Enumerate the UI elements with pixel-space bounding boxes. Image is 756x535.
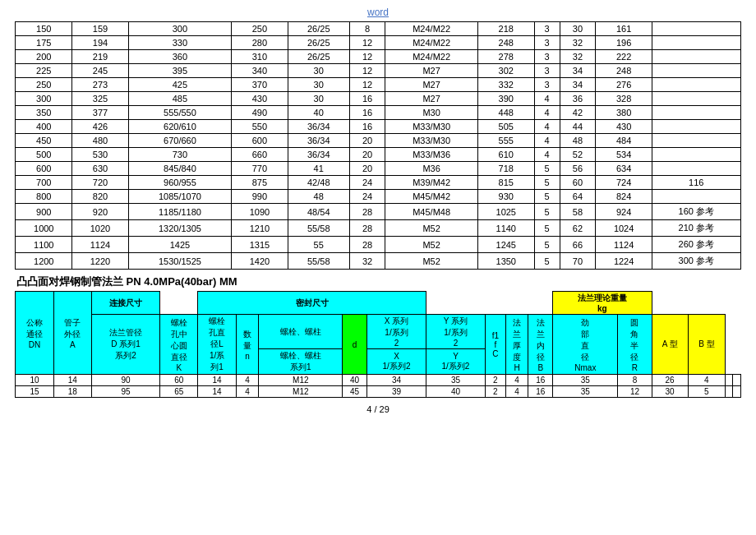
col-bolt-circle: 螺栓孔中心圆直径K [160, 315, 198, 375]
table-cell: 34 [560, 78, 596, 92]
table-cell: 448 [477, 106, 534, 120]
table-cell: M52 [385, 220, 478, 237]
table-cell: 20 [349, 134, 385, 148]
table-cell: 276 [596, 78, 652, 92]
table-cell: 58 [560, 204, 596, 220]
table-cell: 900 [16, 204, 72, 220]
table-cell: 194 [72, 36, 129, 50]
table-cell: 4 [534, 92, 560, 106]
table-cell: 16 [528, 375, 553, 386]
table-cell: 484 [596, 134, 652, 148]
table-cell: 39 [367, 386, 426, 398]
table-cell: 8 [349, 22, 385, 36]
table-cell: 161 [596, 22, 652, 36]
table-cell: 248 [596, 64, 652, 78]
table-cell: 12 [349, 36, 385, 50]
table-cell: 64 [560, 190, 596, 204]
table-cell: 16 [349, 106, 385, 120]
table-cell: 273 [72, 78, 129, 92]
table-cell: 200 [16, 50, 72, 64]
table-cell: 26/25 [288, 22, 349, 36]
table-cell: 32 [560, 36, 596, 50]
table-cell [652, 106, 740, 120]
table-cell: 824 [596, 190, 652, 204]
col-y2: Y1/系列2 [426, 349, 486, 375]
table-cell: 5 [688, 386, 725, 398]
table-cell: 14 [53, 375, 91, 386]
table-cell: 20 [349, 162, 385, 176]
table-cell: M52 [385, 253, 478, 270]
table-cell: 36/34 [288, 120, 349, 134]
table-cell: 20 [349, 148, 385, 162]
table-cell: 718 [477, 162, 534, 176]
table-cell: M33/M30 [385, 120, 478, 134]
col-flange-d: 法兰管径D 系列1系列2 [91, 315, 159, 375]
table-cell: 16 [528, 386, 553, 398]
table-cell [652, 64, 740, 78]
table-cell: 4 [534, 106, 560, 120]
table-cell: M30 [385, 106, 478, 120]
table-cell: 250 [232, 22, 288, 36]
table-cell: 990 [232, 190, 288, 204]
table-cell: 218 [477, 22, 534, 36]
table-cell: 175 [16, 36, 72, 50]
table-cell: 1245 [477, 237, 534, 253]
table-cell: 300 参考 [652, 253, 740, 270]
table-cell: 500 [16, 148, 72, 162]
table-cell: 1020 [72, 220, 129, 237]
table-cell: 28 [349, 220, 385, 237]
table-cell: 219 [72, 50, 129, 64]
table-cell: 600 [232, 134, 288, 148]
table-cell: 36/34 [288, 148, 349, 162]
table-cell: 26/25 [288, 50, 349, 64]
page-header: word [0, 0, 756, 21]
table-cell: 395 [128, 64, 231, 78]
table-cell: 875 [232, 176, 288, 190]
col-thickness-h: 法兰厚度H [505, 315, 528, 375]
table-cell: 48 [560, 134, 596, 148]
table-cell: 4 [236, 386, 259, 398]
table-cell: 160 参考 [652, 204, 740, 220]
table-cell: 28 [349, 204, 385, 220]
table-cell: 24 [349, 176, 385, 190]
table-cell [652, 120, 740, 134]
table-cell: 150 [16, 22, 72, 36]
table-cell: 490 [232, 106, 288, 120]
table-cell: 5 [534, 237, 560, 253]
word-link[interactable]: word [367, 7, 389, 18]
table-cell: 16 [349, 120, 385, 134]
table-cell [652, 22, 740, 36]
table-cell: 430 [232, 92, 288, 106]
table-cell: 485 [128, 92, 231, 106]
table-cell: 1530/1525 [128, 253, 231, 270]
table-cell [652, 50, 740, 64]
table-cell: 5 [534, 190, 560, 204]
table-cell: 330 [128, 36, 231, 50]
table-cell: 430 [596, 120, 652, 134]
table-cell: 332 [477, 78, 534, 92]
table-cell: 1425 [128, 237, 231, 253]
table-cell [725, 375, 732, 386]
col-bolt-size: 螺栓、螺柱 [259, 315, 343, 349]
table-cell: 660 [232, 148, 288, 162]
table-cell: 36/34 [288, 134, 349, 148]
table-cell [652, 78, 740, 92]
table-cell: M36 [385, 162, 478, 176]
table-cell: 550 [232, 120, 288, 134]
table-cell: M45/M42 [385, 190, 478, 204]
table-cell: 4 [505, 375, 528, 386]
table-cell: 10 [16, 375, 53, 386]
table-cell: M39/M42 [385, 176, 478, 190]
table-cell: 35 [553, 386, 618, 398]
table-cell: 70 [560, 253, 596, 270]
table-cell: 4 [505, 386, 528, 398]
table-cell: 730 [128, 148, 231, 162]
table-cell: 1024 [596, 220, 652, 237]
table-cell: 820 [72, 190, 129, 204]
table-cell: 15 [16, 386, 53, 398]
col-bolt-n: 数量n [236, 315, 259, 375]
table-cell: 555/550 [128, 106, 231, 120]
table-cell: M33/M30 [385, 134, 478, 148]
table-cell [652, 134, 740, 148]
table-cell: 1220 [72, 253, 129, 270]
